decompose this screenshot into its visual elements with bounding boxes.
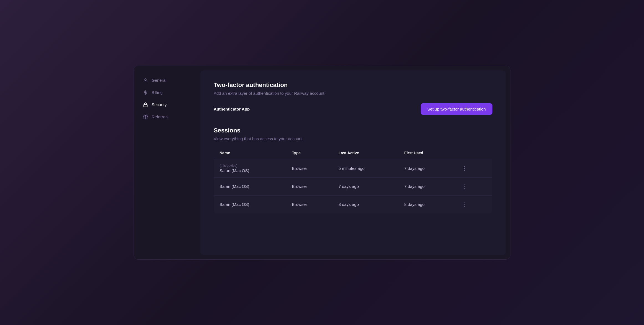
session-first-used-cell: 7 days ago: [399, 177, 454, 195]
device-name: Safari (Mac OS): [219, 168, 249, 173]
session-actions-cell: ⋮: [454, 159, 492, 177]
col-actions: [454, 147, 492, 159]
sidebar-item-security[interactable]: Security: [138, 99, 196, 110]
gift-icon: [143, 114, 148, 120]
table-row: Safari (Mac OS)Browser8 days ago8 days a…: [214, 195, 492, 213]
table-row: (this device)Safari (Mac OS)Browser5 min…: [214, 159, 492, 177]
session-last-active-cell: 5 minutes ago: [333, 159, 398, 177]
session-name-cell: (this device)Safari (Mac OS): [214, 159, 287, 177]
two-factor-section: Two-factor authentication Add an extra l…: [214, 81, 492, 116]
session-type-cell: Browser: [286, 177, 333, 195]
sessions-title: Sessions: [214, 127, 492, 134]
session-last-active-cell: 7 days ago: [333, 177, 398, 195]
main-content: Two-factor authentication Add an extra l…: [200, 70, 506, 255]
session-first-used-cell: 7 days ago: [399, 159, 454, 177]
col-name: Name: [214, 147, 287, 159]
sidebar-item-billing[interactable]: Billing: [138, 87, 196, 98]
sidebar-item-referrals[interactable]: Referrals: [138, 111, 196, 122]
session-more-button[interactable]: ⋮: [460, 200, 470, 209]
session-first-used-cell: 8 days ago: [399, 195, 454, 213]
session-actions-cell: ⋮: [454, 177, 492, 195]
session-type-cell: Browser: [286, 159, 333, 177]
person-icon: [143, 78, 148, 83]
device-tag: (this device): [219, 164, 281, 168]
sessions-table: Name Type Last Active First Used (this d…: [214, 147, 492, 214]
svg-point-0: [145, 79, 146, 80]
col-last-active: Last Active: [333, 147, 398, 159]
session-type-cell: Browser: [286, 195, 333, 213]
sidebar-item-label: Billing: [152, 90, 163, 95]
dollar-icon: [143, 90, 148, 95]
session-last-active-cell: 8 days ago: [333, 195, 398, 213]
sessions-section: Sessions View everything that has access…: [214, 127, 492, 214]
two-factor-title: Two-factor authentication: [214, 81, 492, 89]
session-actions-cell: ⋮: [454, 195, 492, 213]
col-type: Type: [286, 147, 333, 159]
setup-2fa-button[interactable]: Set up two-factor authentication: [421, 103, 492, 115]
sidebar: General Billing Security Referrals: [134, 66, 200, 259]
device-name: Safari (Mac OS): [219, 202, 249, 207]
session-name-cell: Safari (Mac OS): [214, 195, 287, 213]
app-container: General Billing Security Referrals Two-f…: [134, 66, 510, 260]
two-factor-description: Add an extra layer of authentication to …: [214, 91, 492, 96]
auth-app-row: Authenticator App Set up two-factor auth…: [214, 102, 492, 116]
table-row: Safari (Mac OS)Browser7 days ago7 days a…: [214, 177, 492, 195]
session-more-button[interactable]: ⋮: [460, 182, 470, 191]
svg-rect-2: [144, 104, 147, 107]
sessions-description: View everything that has access to your …: [214, 136, 492, 141]
auth-app-label: Authenticator App: [214, 107, 250, 111]
sidebar-item-label: Referrals: [152, 114, 168, 119]
lock-icon: [143, 102, 148, 108]
sidebar-item-label: General: [152, 78, 166, 83]
col-first-used: First Used: [399, 147, 454, 159]
sidebar-item-general[interactable]: General: [138, 75, 196, 86]
session-more-button[interactable]: ⋮: [460, 164, 470, 173]
session-name-cell: Safari (Mac OS): [214, 177, 287, 195]
device-name: Safari (Mac OS): [219, 184, 249, 189]
sidebar-item-label: Security: [152, 102, 167, 107]
